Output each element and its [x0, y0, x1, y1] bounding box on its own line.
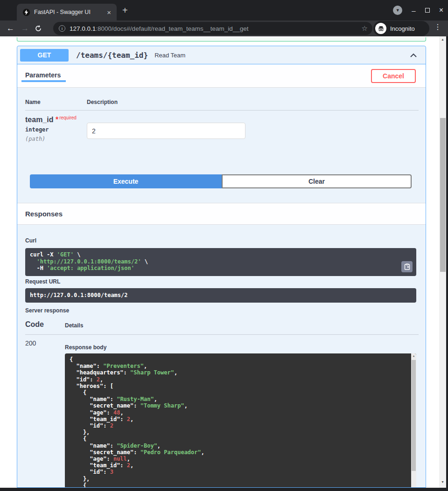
forward-button[interactable]: →: [21, 24, 29, 33]
swagger-page: GET /teams/{team_id} Read Team Parameter…: [0, 36, 446, 488]
response-divider: [25, 334, 419, 335]
team-id-input[interactable]: [87, 123, 245, 139]
bookmark-star-icon[interactable]: ☆: [362, 24, 368, 33]
page-scroll-down-icon[interactable]: ▼: [439, 480, 446, 484]
curl-command-code: curl -X 'GET' \ 'http://127.0.0.1:8000/t…: [30, 251, 412, 272]
details-column-header: Details: [65, 322, 83, 329]
new-tab-button[interactable]: +: [122, 5, 128, 16]
previous-opblock-fragment: [17, 37, 426, 41]
execute-button[interactable]: Execute: [30, 174, 222, 188]
browser-titlebar: FastAPI - Swagger UI × + ▼ – ×: [0, 0, 448, 21]
curl-label: Curl: [25, 237, 36, 244]
url-host: 127.0.0.1: [70, 25, 96, 32]
scroll-up-icon[interactable]: ▲: [411, 354, 416, 357]
endpoint-path: /teams/{team_id}: [76, 51, 148, 60]
tab-title: FastAPI - Swagger UI: [34, 9, 105, 15]
parameters-section-header: Parameters Cancel: [17, 64, 426, 88]
curl-command-block: curl -X 'GET' \ 'http://127.0.0.1:8000/t…: [25, 248, 416, 276]
window-close-button[interactable]: ×: [439, 6, 443, 14]
incognito-icon: [375, 23, 386, 34]
response-body-label: Response body: [65, 344, 106, 351]
reload-icon: [35, 25, 42, 32]
page-scroll-up-icon[interactable]: ▲: [439, 38, 446, 41]
clipboard-icon: [404, 263, 410, 270]
endpoint-summary: Read Team: [154, 52, 185, 59]
incognito-badge: Incognito: [373, 21, 429, 36]
server-response-label: Server response: [25, 307, 69, 314]
copy-to-clipboard-button[interactable]: [401, 261, 413, 272]
request-url-label: Request URL: [25, 278, 60, 285]
request-url-block: http://127.0.0.1:8000/teams/2: [25, 288, 416, 303]
opblock-get-teams: GET /teams/{team_id} Read Team Parameter…: [17, 46, 426, 488]
window-edge-right: [446, 36, 448, 491]
fastapi-favicon-icon: [22, 8, 30, 16]
tab-parameters[interactable]: Parameters: [25, 71, 61, 79]
response-scrollbar-thumb[interactable]: [412, 360, 416, 471]
responses-title: Responses: [25, 210, 63, 218]
browser-tab[interactable]: FastAPI - Swagger UI ×: [17, 4, 117, 21]
incognito-label: Incognito: [390, 25, 415, 32]
maximize-button[interactable]: [425, 8, 430, 13]
reload-button[interactable]: [35, 25, 42, 32]
browser-window: FastAPI - Swagger UI × + ▼ – × ← → i 127…: [0, 0, 448, 491]
page-scrollbar[interactable]: ▲ ▼: [439, 36, 446, 488]
collapse-chevron-icon[interactable]: [409, 51, 418, 62]
window-edge-bottom: [0, 488, 448, 491]
minimize-button[interactable]: –: [412, 7, 415, 14]
browser-update-icon[interactable]: ▼: [393, 6, 402, 15]
table-divider: [25, 110, 419, 111]
tab-close-icon[interactable]: ×: [105, 8, 113, 16]
param-location: (path): [25, 136, 45, 142]
status-code: 200: [25, 339, 36, 347]
response-scrollbar[interactable]: ▲: [411, 353, 416, 488]
page-scrollbar-thumb[interactable]: [440, 118, 446, 272]
description-column-header: Description: [87, 99, 118, 105]
back-button[interactable]: ←: [7, 24, 14, 33]
url-text: 127.0.0.1:8000/docs#/default/read_team_t…: [70, 25, 249, 32]
responses-section-header: Responses: [17, 203, 426, 225]
response-body-code: { "name": "Preventers", "headquarters": …: [70, 356, 411, 488]
active-tab-underline: [21, 80, 66, 82]
name-column-header: Name: [25, 99, 41, 105]
request-url-value: http://127.0.0.1:8000/teams/2: [30, 292, 412, 299]
site-info-icon[interactable]: i: [59, 25, 65, 32]
cancel-button[interactable]: Cancel: [371, 69, 416, 83]
required-asterisk: *: [56, 116, 58, 124]
response-body-block: { "name": "Preventers", "headquarters": …: [65, 353, 416, 488]
url-bar[interactable]: i 127.0.0.1:8000/docs#/default/read_team…: [53, 22, 372, 35]
method-badge: GET: [20, 49, 69, 62]
param-name: team_id *required: [25, 115, 77, 124]
required-label: required: [59, 115, 77, 120]
browser-menu-icon[interactable]: ⋮: [434, 22, 441, 31]
code-column-header: Code: [25, 320, 44, 329]
url-path: :8000/docs#/default/read_team_teams__tea…: [96, 25, 248, 32]
clear-button[interactable]: Clear: [222, 174, 412, 188]
opblock-summary[interactable]: GET /teams/{team_id} Read Team: [17, 46, 426, 64]
param-type: integer: [25, 126, 49, 133]
